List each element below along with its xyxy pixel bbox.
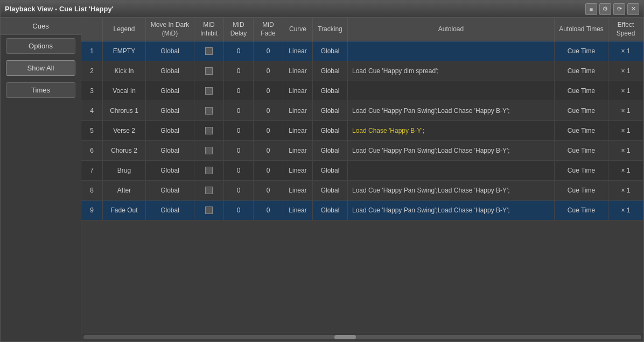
cell-tracking: Global	[313, 161, 348, 180]
col-header-move: Move In Dark (MiD)	[146, 18, 194, 41]
cell-effect: × 1	[608, 141, 643, 160]
col-header-inhibit: MiD Inhibit	[194, 18, 224, 41]
cell-effect: × 1	[608, 161, 643, 180]
cell-num: 8	[81, 181, 103, 200]
cell-tracking: Global	[313, 101, 348, 120]
cell-inhibit[interactable]	[194, 101, 224, 120]
options-button[interactable]: Options	[6, 38, 75, 54]
table-row[interactable]: 9Fade OutGlobal00LinearGlobalLoad Cue 'H…	[81, 201, 643, 220]
table-row[interactable]: 1EMPTYGlobal00LinearGlobalCue Time× 1	[81, 41, 643, 61]
cell-fade: 0	[254, 201, 283, 220]
cell-num: 1	[81, 41, 103, 61]
cell-fade: 0	[254, 181, 283, 200]
sidebar: Cues Options Show All Times	[1, 18, 81, 341]
show-all-button[interactable]: Show All	[6, 60, 75, 76]
main-window: Playback View - Cue List 'Happy' ≡ ⚙ ⟳ ✕…	[0, 0, 644, 342]
scrollbar-thumb[interactable]	[334, 335, 356, 339]
cell-inhibit[interactable]	[194, 121, 224, 140]
cell-legend: Vocal In	[103, 81, 146, 101]
cell-altimes: Cue Time	[555, 81, 608, 101]
menu-button[interactable]: ≡	[585, 3, 597, 15]
refresh-button[interactable]: ⟳	[613, 3, 625, 15]
cell-fade: 0	[254, 41, 283, 61]
cell-inhibit[interactable]	[194, 201, 224, 220]
cell-move: Global	[146, 61, 194, 81]
cell-tracking: Global	[313, 181, 348, 200]
cell-curve: Linear	[283, 141, 313, 160]
cell-num: 6	[81, 141, 103, 160]
col-header-altimes: Autoload Times	[555, 18, 608, 41]
cell-altimes: Cue Time	[555, 41, 608, 61]
cell-delay: 0	[224, 41, 254, 61]
cell-autoload: Load Cue 'Happy Pan Swing';Load Chase 'H…	[348, 141, 555, 160]
settings-button[interactable]: ⚙	[599, 3, 611, 15]
table-row[interactable]: 8AfterGlobal00LinearGlobalLoad Cue 'Happ…	[81, 181, 643, 201]
table-row[interactable]: 4Chrorus 1Global00LinearGlobalLoad Cue '…	[81, 101, 643, 121]
cell-autoload: Load Chase 'Happy B-Y';	[348, 121, 555, 140]
cell-effect: × 1	[608, 61, 643, 81]
table-row[interactable]: 3Vocal InGlobal00LinearGlobalCue Time× 1	[81, 81, 643, 101]
cell-curve: Linear	[283, 101, 313, 120]
cell-curve: Linear	[283, 41, 313, 61]
cell-tracking: Global	[313, 61, 348, 81]
cell-autoload	[348, 41, 555, 61]
scrollbar-track[interactable]	[83, 335, 641, 339]
table-row[interactable]: 7BrugGlobal00LinearGlobalCue Time× 1	[81, 161, 643, 181]
cell-fade: 0	[254, 141, 283, 160]
cell-inhibit[interactable]	[194, 61, 224, 81]
cell-inhibit[interactable]	[194, 161, 224, 180]
cell-num: 4	[81, 101, 103, 120]
cell-curve: Linear	[283, 201, 313, 220]
col-header-effect: Effect Speed	[608, 18, 643, 41]
main-content: Cues Options Show All Times Legend Move …	[1, 18, 643, 341]
col-header-autoload: Autoload	[348, 18, 555, 41]
cell-autoload	[348, 81, 555, 101]
table-row[interactable]: 2Kick InGlobal00LinearGlobalLoad Cue 'Ha…	[81, 61, 643, 81]
cell-effect: × 1	[608, 101, 643, 120]
table-body: 1EMPTYGlobal00LinearGlobalCue Time× 12Ki…	[81, 41, 643, 332]
cell-altimes: Cue Time	[555, 121, 608, 140]
cell-autoload: Load Cue 'Happy dim spread';	[348, 61, 555, 81]
cell-legend: Chrorus 1	[103, 101, 146, 120]
table-row[interactable]: 5Verse 2Global00LinearGlobalLoad Chase '…	[81, 121, 643, 141]
cell-tracking: Global	[313, 41, 348, 61]
cell-effect: × 1	[608, 201, 643, 220]
cell-effect: × 1	[608, 121, 643, 140]
title-bar-buttons: ≡ ⚙ ⟳ ✕	[585, 3, 639, 15]
table-row[interactable]: 6Chorus 2Global00LinearGlobalLoad Cue 'H…	[81, 141, 643, 161]
cell-tracking: Global	[313, 81, 348, 101]
cell-delay: 0	[224, 81, 254, 101]
cell-altimes: Cue Time	[555, 141, 608, 160]
cell-fade: 0	[254, 101, 283, 120]
cell-effect: × 1	[608, 81, 643, 101]
cell-fade: 0	[254, 81, 283, 101]
cell-inhibit[interactable]	[194, 41, 224, 61]
cell-delay: 0	[224, 121, 254, 140]
window-title: Playback View - Cue List 'Happy'	[5, 5, 114, 13]
col-header-legend: Legend	[103, 18, 146, 41]
close-button[interactable]: ✕	[627, 3, 639, 15]
cell-inhibit[interactable]	[194, 81, 224, 101]
cell-move: Global	[146, 161, 194, 180]
cell-legend: Fade Out	[103, 201, 146, 220]
cell-inhibit[interactable]	[194, 141, 224, 160]
cell-curve: Linear	[283, 81, 313, 101]
cell-delay: 0	[224, 141, 254, 160]
cell-curve: Linear	[283, 121, 313, 140]
cell-legend: Brug	[103, 161, 146, 180]
cell-tracking: Global	[313, 201, 348, 220]
times-button[interactable]: Times	[6, 82, 75, 98]
cell-fade: 0	[254, 121, 283, 140]
cell-curve: Linear	[283, 181, 313, 200]
table-header: Legend Move In Dark (MiD) MiD Inhibit Mi…	[81, 18, 643, 41]
scrollbar-area	[81, 332, 643, 341]
title-bar: Playback View - Cue List 'Happy' ≡ ⚙ ⟳ ✕	[1, 1, 643, 18]
cell-num: 5	[81, 121, 103, 140]
cell-move: Global	[146, 201, 194, 220]
cell-num: 9	[81, 201, 103, 220]
cell-inhibit[interactable]	[194, 181, 224, 200]
cell-delay: 0	[224, 201, 254, 220]
cell-altimes: Cue Time	[555, 181, 608, 200]
col-header-delay: MiD Delay	[224, 18, 254, 41]
cell-num: 2	[81, 61, 103, 81]
